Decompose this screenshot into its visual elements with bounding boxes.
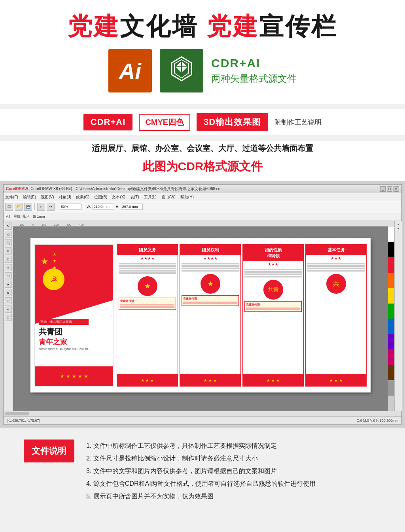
menu-view[interactable]: 视图(V) [41,194,54,200]
cdr-software-icon [160,49,203,92]
panel-4-footer: ★ ★ ★ [306,374,366,386]
ruler-tick-5: 300 [66,223,71,226]
panel-1-circle: ★ [138,276,157,296]
text-line-10 [244,269,302,270]
menu-bitmap[interactable]: 位图(B) [94,194,107,200]
panel-3-circle: 共青 [263,280,283,300]
color-pink[interactable] [388,349,394,365]
fill-tool[interactable]: ▪ [5,297,12,304]
menu-help[interactable]: 帮助(H) [180,194,194,200]
status-bar: (-1,439.761, -175.67) C:0 M:0 Y:0 K:100 … [4,416,401,424]
shape-tool[interactable]: ◇ [5,231,12,238]
tool-options-bar: A4 单位: 毫米 ⊞ 1mm [4,212,401,221]
bottom-star-3: ★ [72,374,76,379]
notes-ol: 1. 文件中所标制作工艺仅供参考，具体制作工艺要根据实际情况制定 2. 文件尺寸… [86,440,381,503]
toolbar-separator-1 [34,203,35,210]
text-line-13 [244,276,302,277]
footer-star-8: ★ [271,378,275,383]
footer-star-11: ★ [334,378,338,383]
panel-1-slogan: 党建宣传语 [119,298,176,310]
window-controls[interactable]: _ □ × [380,186,399,192]
menu-effects[interactable]: 效果(C) [76,194,89,200]
save-button[interactable]: 💾 [24,203,32,211]
badges-row: CDR+AI CMYE四色 3D输出效果图 附制作工艺说明 [0,109,405,135]
snap-label: ⊞ 1mm [33,215,45,219]
color-blue[interactable] [388,319,394,334]
menu-edit[interactable]: 编辑(E) [23,194,36,200]
title-red-1: 党建 [68,13,120,40]
undo-button[interactable]: ↩ [37,203,45,211]
color-gray[interactable] [388,380,394,396]
design-panels-container: 团员义务 ★★★★ ★ [117,244,367,387]
horizontal-scrollbar[interactable] [4,411,401,416]
badge-cdr-ai: CDR+AI [83,114,133,130]
slogan-3-title: 党建宣传语 [246,303,300,307]
maximize-button[interactable]: □ [387,186,392,192]
note-item-1: 1. 文件中所标制作工艺仅供参考，具体制作工艺要根据实际情况制定 [86,440,381,452]
panel-3-footer: ★ ★ ★ [243,374,303,386]
panel-4-circle-icon: 共 [333,280,339,288]
text-line-16 [307,268,365,269]
cdr-svg-icon [166,55,197,87]
color-green[interactable] [388,304,394,319]
footer-star-4: ★ [204,378,207,383]
color-yellow[interactable] [388,288,394,304]
bottom-star-1: ★ [60,374,64,379]
text-tool[interactable]: A [5,281,12,288]
slogan-line-3 [120,307,174,308]
color-black[interactable] [388,242,394,257]
color-white[interactable] [388,226,394,242]
panel-2-circle: ★ [201,274,220,294]
zoom-tool[interactable]: 🔍 [5,239,12,246]
title-black-1: 文化墙 [120,13,206,40]
titlebar: CorelDRAW CoreIDRAW X8 (64-Bit) - C:\Use… [4,185,401,193]
close-button[interactable]: × [394,186,399,192]
color-lightgray[interactable] [388,396,394,411]
footer-star-2: ★ [146,378,149,383]
height-input[interactable] [121,204,143,210]
rectangle-tool[interactable]: □ [5,256,12,263]
color-red[interactable] [388,257,394,273]
org-name-area: 互助中华共青团大展示 共青团 青年之家 GONG QING TUAN QING … [39,319,89,351]
color-eyedropper[interactable]: ✒ [5,306,12,313]
menu-object[interactable]: 对象(J) [59,194,71,200]
redo-button[interactable]: ↪ [47,203,55,211]
polygon-tool[interactable]: ⬡ [5,272,12,279]
color-brown[interactable] [388,365,394,380]
text-line-4 [119,270,176,272]
zoom-input[interactable] [60,204,81,210]
subtitle-text: 适用展厅、展馆、办公室、会议室、大厅、过道等公共墙面布置 [92,144,313,153]
menu-file[interactable]: 文件(F) [5,194,18,200]
panel-2-stars: ★★★★ [180,255,240,261]
badge-3d: 3D输出效果图 [197,113,268,131]
text-line-11 [244,271,302,273]
ellipse-tool[interactable]: ○ [5,264,12,271]
format-text: CDR+AI 两种矢量格式源文件 [211,57,297,85]
slogan-line-1 [120,304,174,305]
menu-tools[interactable]: 工具(L) [144,194,157,200]
color-purple[interactable] [388,334,394,349]
color-palette-strip [388,226,394,411]
footer-star-12: ★ [339,378,343,383]
menu-window[interactable]: 窗口(W) [161,194,176,200]
panel-2-slogan: 党建宣传语 [182,295,239,306]
text-line-9 [182,270,239,272]
text-line-17 [307,270,365,272]
unit-label: 单位: 毫米 [13,214,30,219]
outline-tool[interactable]: ◻ [5,314,12,321]
big-star: ★ [41,257,49,267]
freehand-tool[interactable]: ✏ [5,247,12,255]
open-button[interactable]: 📂 [15,203,23,211]
bottom-section: 文件说明 1. 文件中所标制作工艺仅供参考，具体制作工艺要根据实际情况制定 2.… [0,428,405,515]
menu-table[interactable]: 表(T) [130,194,139,200]
panel-tuanyuan-yiwu: 团员义务 ★★★★ ★ [117,244,178,387]
blend-tool[interactable]: ⊕ [5,289,12,296]
color-orange[interactable] [388,273,394,288]
select-tool[interactable]: ↖ [5,223,12,230]
minimize-button[interactable]: _ [380,186,386,192]
menu-text[interactable]: 文本(X) [112,194,125,200]
new-button[interactable]: ☐ [5,203,13,211]
scroll-thumb[interactable] [5,412,29,415]
status-right: C:0 M:0 Y:0 K:100 200mm [357,419,398,423]
width-input[interactable] [93,204,114,210]
